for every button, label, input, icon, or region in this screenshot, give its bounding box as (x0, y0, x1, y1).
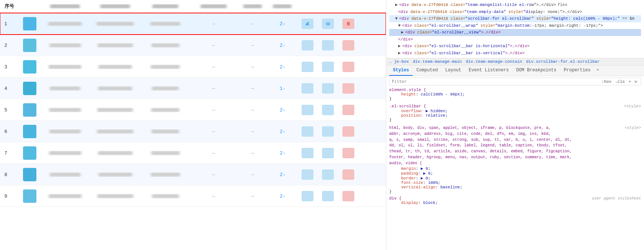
view-button[interactable] (322, 83, 334, 94)
count-link[interactable]: 2 › (280, 107, 285, 113)
breadcrumb-item[interactable]: div.team-manage-main (413, 59, 462, 64)
row-count[interactable]: 2 › (267, 172, 297, 177)
row-count[interactable]: 2 › (267, 150, 297, 156)
delete-button[interactable] (342, 191, 354, 201)
css-prop-row: position: relative; (395, 113, 641, 118)
dash2: -- (251, 129, 254, 134)
blurred-name (48, 22, 82, 26)
delete-button[interactable] (342, 105, 354, 115)
tab-computed[interactable]: Computed (413, 65, 442, 76)
edit-button[interactable] (302, 19, 313, 29)
html-tag: <div (405, 29, 417, 36)
expand-arrow[interactable]: ▶ (398, 43, 401, 49)
blurred-team (97, 129, 133, 134)
css-properties: display: block; (389, 201, 641, 205)
hov-button[interactable]: :hov (601, 79, 612, 84)
view-button[interactable] (322, 62, 334, 72)
html-line: </div> (389, 36, 641, 43)
tab-event-listeners[interactable]: Event Listeners (465, 65, 513, 76)
tab-styles[interactable]: Styles (389, 65, 413, 76)
cls-button[interactable]: .cls (614, 79, 626, 84)
row-action2 (318, 191, 338, 201)
html-attr: class= (450, 9, 465, 15)
edit-button[interactable] (302, 62, 313, 72)
delete-button[interactable] (342, 126, 354, 137)
edit-button[interactable] (302, 105, 313, 115)
header-team (89, 4, 141, 9)
row-action2 (318, 62, 338, 72)
count-link[interactable]: 2 › (280, 193, 285, 199)
delete-button[interactable] (342, 83, 354, 94)
row-action3 (338, 148, 358, 158)
count-link[interactable]: 1 › (280, 85, 285, 91)
edit-icon (305, 21, 310, 26)
row-count[interactable]: 2 › (267, 129, 297, 134)
expand-arrow[interactable]: ▼ (398, 23, 401, 29)
tab-properties[interactable]: Properties (560, 65, 594, 76)
tab-more[interactable]: » (594, 65, 601, 76)
delete-button[interactable] (342, 148, 354, 158)
filter-input[interactable] (392, 79, 601, 84)
dash: -- (212, 193, 215, 199)
count-link[interactable]: 2 › (280, 21, 285, 26)
expand-arrow[interactable]: ▶ (395, 2, 398, 8)
tab-layout[interactable]: Layout (442, 65, 465, 76)
delete-button[interactable] (342, 169, 354, 180)
row-team (89, 22, 141, 26)
row-count[interactable]: 2 › (267, 64, 297, 69)
tab-dom-breakpoints[interactable]: DOM Breakpoints (513, 65, 560, 76)
view-button[interactable] (322, 191, 334, 201)
row-action3 (338, 169, 358, 180)
breadcrumb-item[interactable]: div.scrollbar-for.el-scrollbar (526, 59, 600, 64)
row-count[interactable]: 2 › (267, 193, 297, 199)
row-seq: 5 (0, 107, 19, 113)
blurred-team (98, 151, 133, 155)
view-button[interactable] (322, 126, 334, 137)
css-property: vertical-align (395, 185, 435, 189)
table-row: 7 -- -- 2 › (0, 142, 386, 164)
expand-arrow[interactable]: ▶ (398, 50, 401, 56)
row-dept: -- (189, 129, 238, 134)
view-button[interactable] (322, 169, 334, 180)
row-dept: -- (189, 85, 238, 91)
header-dept (189, 4, 238, 9)
css-long-selector: <style> html, body, div, span, applet, o… (389, 125, 641, 166)
html-line-highlight[interactable]: ▶ <div class="el-scrollbar__view">…</div… (389, 29, 641, 36)
delete-button[interactable] (342, 62, 354, 72)
expand-arrow[interactable]: ▼ (395, 16, 398, 22)
add-rule-button[interactable]: + (627, 79, 632, 84)
blurred-name (49, 151, 81, 155)
row-dept: -- (189, 172, 238, 177)
blurred-team (98, 172, 132, 177)
breadcrumb-item[interactable]: div.team-manage-contain (466, 59, 522, 64)
breadcrumb-item[interactable]: … je-box (389, 59, 409, 64)
blurred-name (49, 129, 81, 134)
html-tag: <div (399, 2, 412, 8)
blurred-name (50, 86, 80, 91)
expand-arrow[interactable]: ▶ (401, 29, 404, 36)
view-button[interactable] (322, 148, 334, 158)
delete-button[interactable] (342, 40, 354, 51)
table-row: 2 -- -- 2 › (0, 35, 386, 56)
delete-button[interactable] (342, 19, 354, 29)
edit-button[interactable] (302, 126, 313, 137)
row-count[interactable]: 1 › (267, 85, 297, 91)
edit-button[interactable] (302, 169, 313, 180)
row-count[interactable]: 2 › (267, 107, 297, 113)
html-text: w">…</div> (531, 2, 556, 8)
count-link[interactable]: 2 › (280, 42, 285, 48)
edit-button[interactable] (302, 83, 313, 94)
expand-button[interactable]: ᵾ (634, 79, 638, 84)
row-count[interactable]: 2 › (267, 21, 297, 26)
edit-button[interactable] (302, 191, 313, 201)
count-link[interactable]: 2 › (280, 64, 285, 69)
view-button[interactable] (322, 40, 334, 51)
view-button[interactable] (322, 105, 334, 115)
count-link[interactable]: 2 › (280, 150, 285, 156)
count-link[interactable]: 2 › (280, 172, 285, 177)
edit-button[interactable] (302, 148, 313, 158)
count-link[interactable]: 2 › (280, 129, 285, 134)
view-button[interactable] (322, 19, 334, 29)
row-count[interactable]: 2 › (267, 42, 297, 48)
edit-button[interactable] (302, 40, 313, 51)
